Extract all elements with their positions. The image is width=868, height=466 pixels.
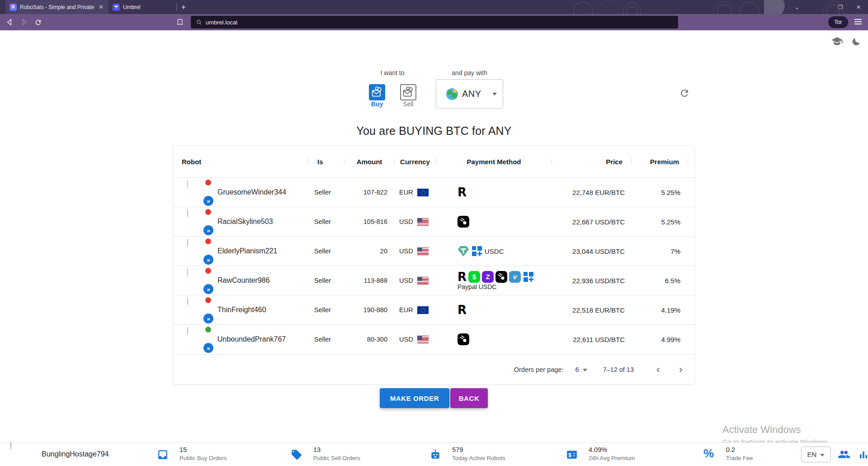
order-price: 22,667 USD/BTC	[552, 218, 632, 226]
tor-circuit-button[interactable]: Tor	[828, 16, 848, 28]
chevrons-badge-icon: »	[203, 343, 213, 353]
strike-icon	[458, 216, 469, 228]
refresh-orderbook-button[interactable]	[679, 88, 690, 100]
robot-avatar: »	[187, 239, 212, 263]
tab-umbrel[interactable]: ☂ Umbrel	[108, 0, 175, 14]
language-select[interactable]: EN	[801, 447, 831, 462]
sell-envelope-icon	[402, 86, 414, 98]
robot-name: UnboundedPrank767	[217, 335, 286, 343]
stat-value: 13	[313, 446, 321, 453]
payment-inline-text: USDC	[485, 247, 504, 255]
sell-label: Sell	[400, 100, 416, 108]
column-header-premium[interactable]: Premium	[632, 146, 688, 177]
table-pagination: Orders per page: 6 7–12 of 13 ‹ ›	[173, 354, 694, 384]
order-price: 22,611 USD/BTC	[552, 336, 632, 343]
tab-divider	[176, 4, 177, 11]
new-tab-button[interactable]: +	[178, 2, 189, 13]
payment-below-text: Paypal USDC	[458, 283, 496, 290]
tab-close-icon[interactable]: ✕	[98, 4, 104, 10]
order-row[interactable]: » ThinFreight460 Seller 190-880 EUR R 22…	[173, 295, 694, 324]
cashapp-icon: $	[468, 271, 480, 283]
revolut-icon: R	[458, 186, 467, 198]
umbrel-favicon: ☂	[113, 4, 120, 11]
watermark-line1: Activate Windows	[722, 424, 830, 436]
order-row[interactable]: » GruesomeWinder344 Seller 107-822 EUR R…	[173, 177, 694, 207]
want-label: I want to	[362, 69, 423, 76]
next-page-button[interactable]: ›	[675, 365, 686, 375]
previous-page-button[interactable]: ‹	[653, 365, 664, 375]
exchange-summary-chart-icon[interactable]	[858, 449, 868, 462]
order-premium: 5.25%	[632, 189, 688, 196]
bookmark-icon[interactable]	[176, 18, 184, 28]
revolut-icon: R	[458, 271, 467, 283]
us-flag-icon	[417, 247, 429, 255]
us-flag-icon	[417, 336, 429, 343]
sell-toggle-button[interactable]	[400, 84, 416, 100]
column-header-price[interactable]: Price	[552, 146, 632, 177]
order-row[interactable]: » RacialSkyline503 Seller 105-816 USD 22…	[173, 207, 694, 236]
stat-value: 15	[179, 446, 187, 453]
user-robot-name[interactable]: BunglingHostage794	[42, 450, 109, 458]
robot-avatar: »	[187, 327, 212, 352]
order-amount: 113-888	[344, 277, 394, 284]
make-order-button[interactable]: MAKE ORDER	[380, 388, 449, 408]
eu-flag-icon	[417, 306, 429, 314]
robot-name: ThinFreight460	[217, 306, 266, 314]
chevrons-badge-icon: »	[203, 225, 213, 235]
column-header-currency[interactable]: Currency	[394, 146, 436, 177]
order-premium: 4.99%	[632, 336, 688, 343]
order-price: 22,518 EUR/BTC	[552, 306, 632, 314]
chevron-down-icon	[492, 93, 497, 95]
forward-button[interactable]	[20, 18, 28, 26]
dark-mode-moon-icon[interactable]	[851, 37, 861, 48]
column-header-is[interactable]: Is	[308, 146, 344, 177]
robosats-page: I want to and pay with Buy Sell ANY You …	[0, 30, 868, 466]
order-amount: 20	[344, 247, 394, 255]
order-amount: 107-822	[344, 189, 394, 196]
window-close-icon[interactable]: ✕	[855, 4, 862, 10]
column-header-robot[interactable]: Robot	[173, 146, 308, 177]
tab-list-caret-icon[interactable]: ⌄	[794, 4, 800, 10]
order-side: Seller	[308, 189, 344, 196]
buy-label: Buy	[369, 100, 385, 108]
column-header-payment[interactable]: Payment Method	[436, 146, 552, 177]
tab-robosats[interactable]: R RoboSats - Simple and Private Bit ✕	[5, 0, 108, 14]
tether-icon	[458, 245, 469, 257]
reload-button[interactable]	[34, 18, 42, 26]
order-side: Seller	[308, 336, 344, 343]
per-page-select[interactable]: 6	[575, 366, 587, 373]
search-icon	[196, 19, 202, 25]
order-amount: 190-880	[344, 306, 394, 314]
currency-code: EUR	[399, 189, 413, 196]
buy-toggle-button[interactable]	[369, 84, 385, 100]
order-row[interactable]: » RawCounter986 Seller 113-888 USD R $ Z…	[173, 266, 694, 295]
column-header-amount[interactable]: Amount	[344, 146, 394, 177]
community-people-icon[interactable]	[838, 449, 850, 462]
menu-icon[interactable]	[854, 19, 862, 24]
learn-icon[interactable]	[831, 37, 843, 48]
back-button[interactable]	[6, 18, 14, 26]
robot-name: ElderlyPianism221	[217, 247, 278, 255]
page-title: You are BUYING BTC for ANY	[0, 124, 868, 138]
currency-select[interactable]: ANY	[436, 79, 503, 109]
per-page-value: 6	[575, 366, 579, 373]
stat-label: Public Sell Orders	[313, 455, 360, 461]
order-row[interactable]: » ElderlyPianism221 Seller 20 USD USDC 2	[173, 236, 694, 266]
back-button-page[interactable]: BACK	[450, 388, 488, 408]
user-robot-avatar[interactable]	[10, 442, 34, 465]
order-amount: 80-300	[344, 336, 394, 343]
window-restore-icon[interactable]: ❐	[837, 4, 844, 10]
order-side: Seller	[308, 306, 344, 314]
robot-avatar: »	[187, 268, 212, 293]
currency-code: EUR	[399, 306, 413, 314]
us-flag-icon	[417, 277, 429, 285]
order-row[interactable]: » UnboundedPrank767 Seller 80-300 USD 22…	[173, 324, 694, 354]
robot-avatar: »	[187, 209, 212, 234]
robot-avatar: »	[187, 180, 212, 204]
chevron-down-icon	[583, 369, 587, 371]
url-bar[interactable]: umbrel.local	[191, 16, 678, 29]
robot-icon	[429, 449, 441, 462]
eu-flag-icon	[417, 189, 429, 196]
buy-envelope-icon	[371, 86, 383, 98]
currency-code: USD	[399, 277, 413, 284]
